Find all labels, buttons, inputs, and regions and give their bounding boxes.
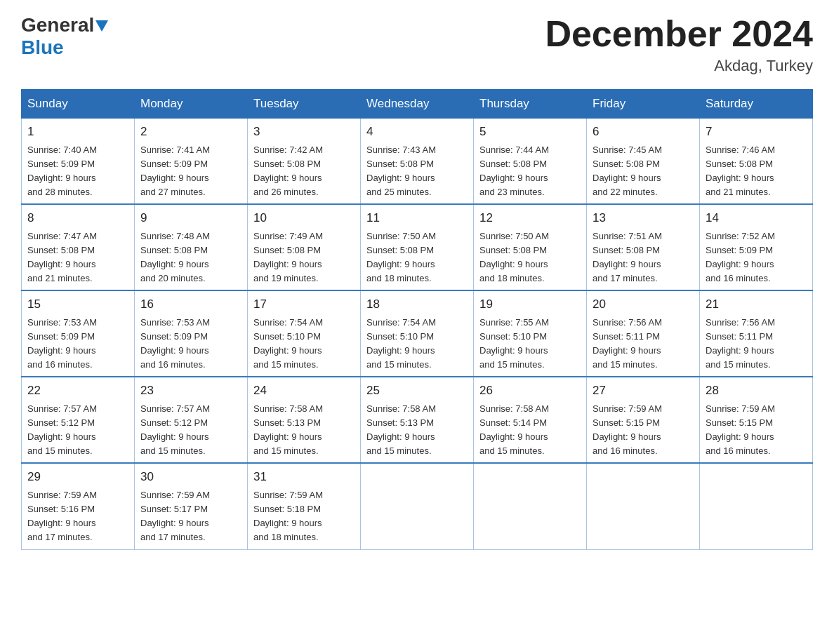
day-info: Sunrise: 7:59 AMSunset: 5:17 PMDaylight:… <box>140 490 210 542</box>
day-info: Sunrise: 7:53 AMSunset: 5:09 PMDaylight:… <box>27 317 97 370</box>
calendar-day-cell: 15 Sunrise: 7:53 AMSunset: 5:09 PMDaylig… <box>22 290 135 377</box>
day-of-week-header: Tuesday <box>248 90 361 119</box>
day-number: 11 <box>366 209 468 227</box>
day-number: 5 <box>479 123 581 141</box>
day-number: 7 <box>706 123 807 141</box>
day-info: Sunrise: 7:48 AMSunset: 5:08 PMDaylight:… <box>140 231 210 283</box>
calendar-week-row: 15 Sunrise: 7:53 AMSunset: 5:09 PMDaylig… <box>22 290 813 377</box>
calendar-week-row: 22 Sunrise: 7:57 AMSunset: 5:12 PMDaylig… <box>22 377 813 463</box>
day-info: Sunrise: 7:59 AMSunset: 5:15 PMDaylight:… <box>706 403 775 456</box>
day-number: 10 <box>253 209 355 227</box>
calendar-day-cell: 26 Sunrise: 7:58 AMSunset: 5:14 PMDaylig… <box>474 377 587 463</box>
day-number: 31 <box>253 468 355 486</box>
day-number: 27 <box>593 382 694 400</box>
day-number: 21 <box>706 295 807 314</box>
day-number: 22 <box>27 382 128 400</box>
day-number: 1 <box>27 123 128 141</box>
logo-general-text: General <box>21 14 94 36</box>
day-number: 9 <box>140 209 241 227</box>
calendar-day-cell: 29 Sunrise: 7:59 AMSunset: 5:16 PMDaylig… <box>22 463 135 549</box>
day-info: Sunrise: 7:43 AMSunset: 5:08 PMDaylight:… <box>366 145 436 197</box>
day-of-week-header: Saturday <box>700 90 813 119</box>
day-info: Sunrise: 7:58 AMSunset: 5:13 PMDaylight:… <box>366 403 436 456</box>
calendar-day-cell: 10 Sunrise: 7:49 AMSunset: 5:08 PMDaylig… <box>248 204 361 290</box>
calendar-day-cell: 7 Sunrise: 7:46 AMSunset: 5:08 PMDayligh… <box>700 119 813 205</box>
calendar-day-cell: 6 Sunrise: 7:45 AMSunset: 5:08 PMDayligh… <box>587 119 700 205</box>
calendar-day-cell: 13 Sunrise: 7:51 AMSunset: 5:08 PMDaylig… <box>587 204 700 290</box>
day-info: Sunrise: 7:52 AMSunset: 5:09 PMDaylight:… <box>706 231 775 283</box>
calendar-day-cell: 5 Sunrise: 7:44 AMSunset: 5:08 PMDayligh… <box>474 119 587 205</box>
day-number: 2 <box>140 123 241 141</box>
calendar-day-cell: 8 Sunrise: 7:47 AMSunset: 5:08 PMDayligh… <box>22 204 135 290</box>
day-info: Sunrise: 7:58 AMSunset: 5:14 PMDaylight:… <box>479 403 549 456</box>
calendar-day-cell: 18 Sunrise: 7:54 AMSunset: 5:10 PMDaylig… <box>361 290 474 377</box>
day-of-week-header: Wednesday <box>361 90 474 119</box>
day-info: Sunrise: 7:55 AMSunset: 5:10 PMDaylight:… <box>479 317 549 370</box>
day-info: Sunrise: 7:44 AMSunset: 5:08 PMDaylight:… <box>479 145 549 197</box>
day-number: 23 <box>140 382 241 400</box>
day-number: 25 <box>366 382 468 400</box>
day-of-week-header: Thursday <box>474 90 587 119</box>
day-number: 26 <box>479 382 581 400</box>
day-info: Sunrise: 7:57 AMSunset: 5:12 PMDaylight:… <box>140 403 210 456</box>
svg-marker-0 <box>95 20 108 32</box>
calendar-day-cell: 30 Sunrise: 7:59 AMSunset: 5:17 PMDaylig… <box>135 463 248 549</box>
day-info: Sunrise: 7:56 AMSunset: 5:11 PMDaylight:… <box>706 317 775 370</box>
calendar-day-cell: 2 Sunrise: 7:41 AMSunset: 5:09 PMDayligh… <box>135 119 248 205</box>
calendar-day-cell: 28 Sunrise: 7:59 AMSunset: 5:15 PMDaylig… <box>700 377 813 463</box>
calendar-day-cell: 4 Sunrise: 7:43 AMSunset: 5:08 PMDayligh… <box>361 119 474 205</box>
day-info: Sunrise: 7:50 AMSunset: 5:08 PMDaylight:… <box>479 231 549 283</box>
calendar-day-cell: 23 Sunrise: 7:57 AMSunset: 5:12 PMDaylig… <box>135 377 248 463</box>
day-info: Sunrise: 7:59 AMSunset: 5:16 PMDaylight:… <box>27 490 97 542</box>
day-number: 6 <box>593 123 694 141</box>
day-number: 4 <box>366 123 468 141</box>
day-info: Sunrise: 7:49 AMSunset: 5:08 PMDaylight:… <box>253 231 323 283</box>
calendar-day-cell: 12 Sunrise: 7:50 AMSunset: 5:08 PMDaylig… <box>474 204 587 290</box>
day-info: Sunrise: 7:50 AMSunset: 5:08 PMDaylight:… <box>366 231 436 283</box>
day-number: 17 <box>253 295 355 314</box>
calendar-day-cell: 11 Sunrise: 7:50 AMSunset: 5:08 PMDaylig… <box>361 204 474 290</box>
day-info: Sunrise: 7:59 AMSunset: 5:18 PMDaylight:… <box>253 490 323 542</box>
day-of-week-header: Friday <box>587 90 700 119</box>
page-header: General Blue December 2024 Akdag, Turkey <box>21 14 813 75</box>
day-number: 3 <box>253 123 355 141</box>
day-number: 19 <box>479 295 581 314</box>
calendar-day-cell: 3 Sunrise: 7:42 AMSunset: 5:08 PMDayligh… <box>248 119 361 205</box>
day-info: Sunrise: 7:45 AMSunset: 5:08 PMDaylight:… <box>593 145 662 197</box>
day-info: Sunrise: 7:53 AMSunset: 5:09 PMDaylight:… <box>140 317 210 370</box>
calendar-day-cell <box>361 463 474 549</box>
month-title: December 2024 <box>545 14 813 54</box>
day-number: 14 <box>706 209 807 227</box>
calendar-day-cell: 20 Sunrise: 7:56 AMSunset: 5:11 PMDaylig… <box>587 290 700 377</box>
day-number: 15 <box>27 295 128 314</box>
calendar-week-row: 8 Sunrise: 7:47 AMSunset: 5:08 PMDayligh… <box>22 204 813 290</box>
day-info: Sunrise: 7:58 AMSunset: 5:13 PMDaylight:… <box>253 403 323 456</box>
day-info: Sunrise: 7:40 AMSunset: 5:09 PMDaylight:… <box>27 145 97 197</box>
day-info: Sunrise: 7:46 AMSunset: 5:08 PMDaylight:… <box>706 145 775 197</box>
day-number: 20 <box>593 295 694 314</box>
calendar-week-row: 29 Sunrise: 7:59 AMSunset: 5:16 PMDaylig… <box>22 463 813 549</box>
calendar-day-cell: 19 Sunrise: 7:55 AMSunset: 5:10 PMDaylig… <box>474 290 587 377</box>
day-number: 30 <box>140 468 241 486</box>
day-number: 24 <box>253 382 355 400</box>
title-section: December 2024 Akdag, Turkey <box>545 14 813 75</box>
calendar-table: SundayMondayTuesdayWednesdayThursdayFrid… <box>21 89 813 549</box>
calendar-day-cell: 22 Sunrise: 7:57 AMSunset: 5:12 PMDaylig… <box>22 377 135 463</box>
day-number: 16 <box>140 295 241 314</box>
day-info: Sunrise: 7:57 AMSunset: 5:12 PMDaylight:… <box>27 403 97 456</box>
day-info: Sunrise: 7:56 AMSunset: 5:11 PMDaylight:… <box>593 317 662 370</box>
calendar-day-cell <box>587 463 700 549</box>
day-info: Sunrise: 7:47 AMSunset: 5:08 PMDaylight:… <box>27 231 97 283</box>
calendar-day-cell <box>474 463 587 549</box>
day-info: Sunrise: 7:51 AMSunset: 5:08 PMDaylight:… <box>593 231 662 283</box>
calendar-day-cell: 9 Sunrise: 7:48 AMSunset: 5:08 PMDayligh… <box>135 204 248 290</box>
calendar-header-row: SundayMondayTuesdayWednesdayThursdayFrid… <box>22 90 813 119</box>
calendar-day-cell: 21 Sunrise: 7:56 AMSunset: 5:11 PMDaylig… <box>700 290 813 377</box>
day-info: Sunrise: 7:59 AMSunset: 5:15 PMDaylight:… <box>593 403 662 456</box>
day-number: 8 <box>27 209 128 227</box>
day-info: Sunrise: 7:42 AMSunset: 5:08 PMDaylight:… <box>253 145 323 197</box>
calendar-day-cell <box>700 463 813 549</box>
logo-arrow-icon <box>95 20 108 33</box>
calendar-day-cell: 1 Sunrise: 7:40 AMSunset: 5:09 PMDayligh… <box>22 119 135 205</box>
day-number: 18 <box>366 295 468 314</box>
